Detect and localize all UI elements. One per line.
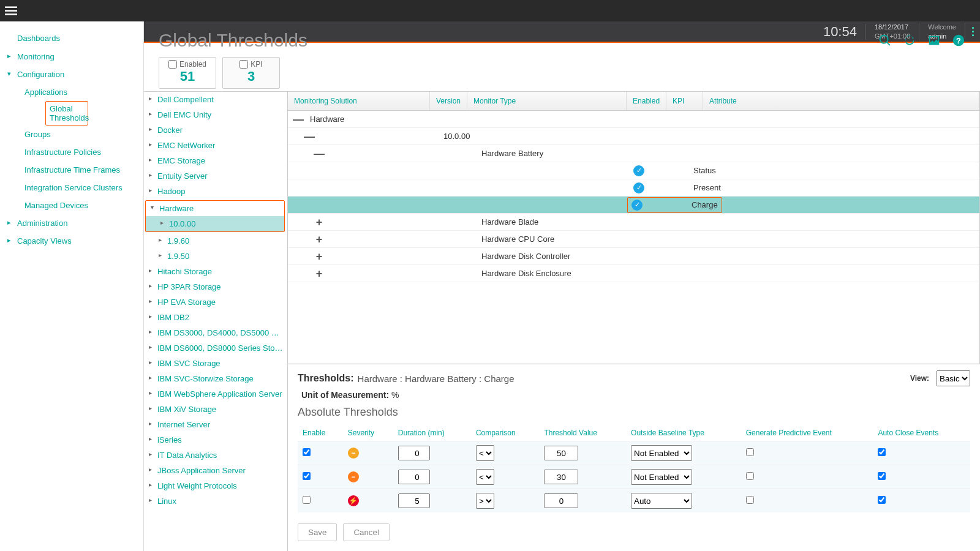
severity-icon: ⚡ (348, 495, 359, 506)
tree-item[interactable]: Light Weight Protocols (144, 478, 287, 493)
duration-input[interactable] (398, 470, 430, 484)
filter-enabled-checkbox[interactable] (168, 60, 177, 69)
nav-monitoring[interactable]: Monitoring (0, 48, 143, 66)
filter-kpi-checkbox[interactable] (239, 60, 248, 69)
expand-icon[interactable]: + (311, 268, 327, 279)
grid-row-hardware[interactable]: —Hardware (288, 111, 979, 128)
nav-infra-policies[interactable]: Infrastructure Policies (24, 143, 143, 161)
expand-icon[interactable]: + (311, 234, 327, 245)
autoclose-checkbox[interactable] (878, 496, 886, 504)
predictive-checkbox[interactable] (746, 448, 754, 456)
tree-version[interactable]: 10.0.00 (146, 216, 284, 231)
enable-checkbox[interactable] (303, 472, 311, 480)
refresh-icon[interactable] (903, 34, 916, 47)
tree-item[interactable]: Internet Server (144, 417, 287, 432)
solution-tree[interactable]: Dell CompellentDell EMC UnityDockerEMC N… (144, 92, 288, 551)
baseline-select[interactable]: Not Enabled (631, 445, 692, 461)
col-monitoring-solution[interactable]: Monitoring Solution (288, 92, 430, 110)
image-icon[interactable] (927, 34, 941, 47)
nav-dashboards[interactable]: Dashboards (0, 29, 143, 48)
tree-item-hardware[interactable]: Hardware (146, 201, 284, 216)
hamburger-menu[interactable] (0, 0, 21, 21)
tree-item[interactable]: HP EVA Storage (144, 294, 287, 310)
tree-item[interactable]: IBM WebSphere Application Server (144, 386, 287, 402)
tree-item[interactable]: Dell EMC Unity (144, 107, 287, 122)
tree-item[interactable]: iSeries (144, 432, 287, 448)
threshold-value-input[interactable] (544, 470, 578, 484)
threshold-grid[interactable]: Monitoring Solution Version Monitor Type… (288, 92, 980, 364)
duration-input[interactable] (398, 493, 430, 508)
nav-capacity[interactable]: Capacity Views (0, 232, 143, 250)
grid-row-collapsed[interactable]: +Hardware Disk Controller (288, 248, 979, 265)
collapse-icon[interactable]: — (301, 131, 317, 142)
filter-kpi[interactable]: KPI 3 (222, 57, 280, 89)
tree-item[interactable]: IBM DS6000, DS8000 Series Storage (144, 340, 287, 356)
cancel-button[interactable]: Cancel (343, 523, 390, 541)
nav-groups[interactable]: Groups (24, 126, 143, 143)
tree-item[interactable]: IBM XiV Storage (144, 402, 287, 417)
tree-item[interactable]: Docker (144, 122, 287, 138)
grid-row-version[interactable]: —10.0.00 (288, 128, 979, 145)
tree-item[interactable]: EMC NetWorker (144, 138, 287, 153)
enable-checkbox[interactable] (303, 496, 311, 504)
tree-item[interactable]: Hitachi Storage (144, 264, 287, 279)
grid-row-collapsed[interactable]: +Hardware Disk Enclosure (288, 265, 979, 282)
threshold-value-input[interactable] (544, 446, 578, 460)
grid-attr-charge[interactable]: ✓Charge (288, 197, 979, 214)
save-button[interactable]: Save (298, 523, 337, 541)
col-attribute[interactable]: Attribute (703, 92, 979, 110)
nav-administration[interactable]: Administration (0, 214, 143, 232)
col-kpi[interactable]: KPI (666, 92, 703, 110)
tree-item[interactable]: Entuity Server (144, 168, 287, 184)
autoclose-checkbox[interactable] (878, 448, 886, 456)
tree-item[interactable]: JBoss Application Server (144, 463, 287, 478)
grid-attr-present[interactable]: ✓Present (288, 179, 979, 197)
comparison-select[interactable]: < (476, 469, 494, 485)
duration-input[interactable] (398, 446, 430, 460)
grid-attr-status[interactable]: ✓Status (288, 162, 979, 179)
nav-applications[interactable]: Applications (24, 83, 143, 101)
threshold-row: −<Not Enabled (298, 441, 970, 465)
grid-row-collapsed[interactable]: +Hardware Blade (288, 214, 979, 231)
col-monitor-type[interactable]: Monitor Type (467, 92, 627, 110)
nav-configuration[interactable]: Configuration (0, 66, 143, 83)
comparison-select[interactable]: < (476, 445, 494, 461)
thresholds-table: Enable Severity Duration (min) Compariso… (298, 425, 970, 512)
tree-version[interactable]: 1.9.50 (144, 249, 287, 264)
expand-icon[interactable]: + (311, 251, 327, 262)
comparison-select[interactable]: > (476, 493, 494, 509)
expand-icon[interactable]: + (311, 217, 327, 228)
view-select[interactable]: Basic (937, 370, 970, 386)
tree-item[interactable]: EMC Storage (144, 153, 287, 168)
tree-item[interactable]: IT Data Analytics (144, 448, 287, 463)
tree-item[interactable]: Linux (144, 493, 287, 509)
baseline-select[interactable]: Not Enabled (631, 469, 692, 485)
collapse-icon[interactable]: — (290, 114, 306, 125)
grid-row-battery[interactable]: —Hardware Battery (288, 145, 979, 162)
tree-item[interactable]: IBM SVC Storage (144, 356, 287, 371)
tree-item[interactable]: HP 3PAR Storage (144, 279, 287, 294)
nav-infra-time[interactable]: Infrastructure Time Frames (24, 161, 143, 179)
grid-row-collapsed[interactable]: +Hardware CPU Core (288, 231, 979, 248)
tree-item[interactable]: IBM DB2 (144, 310, 287, 325)
col-enabled[interactable]: Enabled (627, 92, 666, 110)
autoclose-checkbox[interactable] (878, 472, 886, 480)
nav-isc[interactable]: Integration Service Clusters (24, 179, 143, 197)
tree-item[interactable]: Hadoop (144, 184, 287, 199)
tree-item[interactable]: IBM DS3000, DS4000, DS5000 Series ... (144, 325, 287, 340)
col-version[interactable]: Version (430, 92, 467, 110)
tree-item[interactable]: Dell Compellent (144, 92, 287, 107)
threshold-value-input[interactable] (544, 493, 578, 508)
tree-item[interactable]: IBM SVC-Storwize Storage (144, 371, 287, 386)
nav-managed[interactable]: Managed Devices (24, 197, 143, 214)
search-icon[interactable] (878, 34, 892, 47)
baseline-select[interactable]: Auto (631, 493, 692, 509)
enable-checkbox[interactable] (303, 448, 311, 456)
filter-enabled[interactable]: Enabled 51 (159, 57, 216, 89)
predictive-checkbox[interactable] (746, 496, 754, 504)
nav-global-thresholds[interactable]: Global Thresholds (45, 101, 88, 126)
predictive-checkbox[interactable] (746, 472, 754, 480)
collapse-icon[interactable]: — (311, 148, 327, 159)
tree-version[interactable]: 1.9.60 (144, 233, 287, 249)
help-icon[interactable]: ? (952, 34, 965, 47)
